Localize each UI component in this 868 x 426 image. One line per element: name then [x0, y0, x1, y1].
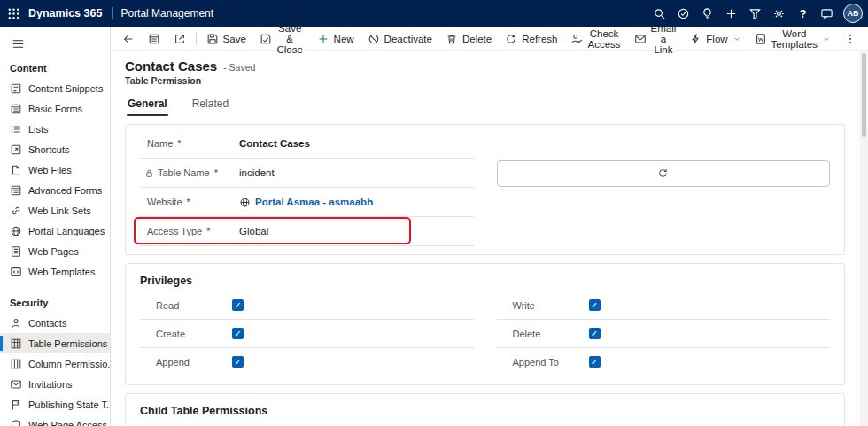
- avatar[interactable]: AB: [843, 4, 863, 23]
- brand-title[interactable]: Dynamics 365: [28, 7, 102, 19]
- command-label: Save & Close: [276, 23, 304, 55]
- chevron-down-icon: [732, 35, 741, 43]
- sidebar-item-label: Web Page Access ...: [28, 420, 111, 426]
- sidebar-item-basic-forms[interactable]: Basic Forms: [0, 98, 110, 119]
- sidebar-item-web-files[interactable]: Web Files: [0, 159, 110, 180]
- form-field-row: Website * Portal Asmaa - asmaabh: [140, 188, 830, 217]
- table-name-field: Table Name * incident: [140, 159, 474, 188]
- privilege-label: Read: [140, 300, 232, 311]
- deactivate-icon: [368, 33, 380, 45]
- form-field-row: Name * Contact Cases: [140, 129, 830, 159]
- lightbulb-icon[interactable]: [695, 0, 719, 27]
- sidebar-item-lists[interactable]: Lists: [0, 119, 110, 139]
- privilege-label: Delete: [497, 329, 589, 339]
- new-button[interactable]: New: [311, 28, 360, 50]
- website-lookup-value[interactable]: Portal Asmaa - asmaabh: [232, 197, 373, 208]
- access-type-value[interactable]: Global: [232, 226, 268, 236]
- sidebar-item-label: Invitations: [28, 379, 73, 390]
- required-asterisk: *: [214, 167, 218, 178]
- collapse-sitemap-icon[interactable]: [5, 31, 30, 56]
- settings-gear-icon[interactable]: [767, 0, 791, 27]
- read-privilege: Read: [140, 291, 474, 320]
- scrollbar-thumb[interactable]: [862, 53, 866, 137]
- create-checkbox[interactable]: [232, 328, 244, 339]
- tab-related[interactable]: Related: [191, 94, 229, 116]
- delete-button[interactable]: Delete: [439, 28, 498, 50]
- trash-icon: [446, 33, 458, 45]
- delete-checkbox[interactable]: [589, 328, 601, 339]
- field-label: Access Type *: [140, 226, 232, 236]
- sidebar-item-web-link-sets[interactable]: Web Link Sets: [0, 200, 110, 221]
- save-button[interactable]: Save: [200, 28, 252, 50]
- sidebar-item-column-permissions[interactable]: Column Permissio...: [0, 353, 110, 374]
- field-label: Table Name *: [140, 167, 232, 178]
- sidebar-item-table-permissions[interactable]: Table Permissions: [0, 333, 110, 353]
- table-lookup-box[interactable]: [497, 160, 831, 187]
- append-checkbox[interactable]: [232, 356, 244, 368]
- check-access-button[interactable]: Check Access: [564, 28, 626, 50]
- email-link-button[interactable]: Email a Link: [628, 28, 683, 50]
- sidebar-item-shortcuts[interactable]: Shortcuts: [0, 139, 110, 159]
- privilege-label: Create: [140, 329, 232, 339]
- popout-button[interactable]: [167, 28, 192, 50]
- shortcuts-icon: [10, 143, 22, 156]
- required-asterisk: *: [177, 138, 181, 149]
- sidebar-item-content-snippets[interactable]: Content Snippets: [0, 78, 110, 98]
- sidebar-item-label: Content Snippets: [28, 83, 103, 94]
- help-icon[interactable]: ?: [791, 0, 815, 27]
- website-link-text[interactable]: Portal Asmaa - asmaabh: [255, 197, 373, 207]
- chevron-down-icon: [822, 35, 831, 43]
- email-icon: [634, 33, 647, 45]
- sidebar-item-label: Web Files: [28, 165, 72, 175]
- feedback-icon[interactable]: [815, 0, 839, 27]
- app-shell: Content Content Snippets Basic Forms Lis…: [0, 27, 868, 426]
- section-title: Privileges: [140, 268, 830, 291]
- quick-create-icon[interactable]: [719, 0, 743, 27]
- name-field: Name * Contact Cases: [140, 129, 474, 159]
- field-label: Name *: [140, 138, 232, 149]
- create-privilege: Create: [140, 320, 474, 348]
- record-header: Contact Cases - Saved: [125, 58, 845, 74]
- sidebar-item-portal-languages[interactable]: Portal Languages: [0, 221, 110, 241]
- app-launcher-icon[interactable]: [0, 0, 27, 27]
- append-to-privilege: Append To: [497, 348, 831, 376]
- read-checkbox[interactable]: [232, 299, 244, 311]
- web-files-icon: [10, 164, 22, 176]
- table-name-value[interactable]: incident: [232, 167, 275, 178]
- sidebar-item-invitations[interactable]: Invitations: [0, 374, 110, 394]
- tab-general[interactable]: General: [127, 94, 168, 116]
- delete-privilege: Delete: [497, 320, 831, 348]
- write-checkbox[interactable]: [589, 299, 601, 311]
- divider: [112, 7, 113, 19]
- save-close-button[interactable]: Save & Close: [253, 28, 310, 50]
- back-button[interactable]: [116, 28, 141, 50]
- sidebar-item-advanced-forms[interactable]: Advanced Forms: [0, 180, 110, 200]
- sidebar-item-contacts[interactable]: Contacts: [0, 313, 110, 333]
- append-to-checkbox[interactable]: [589, 356, 601, 368]
- sidebar-item-label: Shortcuts: [28, 144, 69, 155]
- field-label-text: Website: [147, 197, 182, 207]
- new-plus-icon: [317, 33, 329, 45]
- more-commands-button[interactable]: [838, 28, 863, 50]
- flow-button[interactable]: Flow: [683, 28, 747, 50]
- sidebar-item-publishing-state[interactable]: Publishing State T...: [0, 394, 110, 414]
- sidebar-item-label: Lists: [28, 124, 49, 135]
- privilege-label: Append To: [497, 357, 589, 368]
- deactivate-button[interactable]: Deactivate: [361, 28, 438, 50]
- table-lookup-cell: [497, 159, 831, 188]
- sidebar-item-web-page-access[interactable]: Web Page Access ...: [0, 414, 110, 426]
- app-name[interactable]: Portal Management: [120, 7, 213, 19]
- popout-icon: [174, 33, 186, 45]
- form-switcher-button[interactable]: [142, 28, 167, 50]
- filter-icon[interactable]: [743, 0, 767, 27]
- lock-icon: [144, 168, 154, 178]
- word-templates-button[interactable]: Word Templates: [748, 28, 837, 50]
- name-value[interactable]: Contact Cases: [232, 138, 310, 149]
- required-asterisk: *: [206, 226, 210, 236]
- refresh-button[interactable]: Refresh: [499, 28, 563, 50]
- save-icon: [206, 33, 219, 45]
- sidebar-item-web-pages[interactable]: Web Pages: [0, 241, 110, 261]
- vertical-scrollbar[interactable]: [860, 51, 868, 426]
- contacts-icon: [10, 317, 22, 329]
- sidebar-item-web-templates[interactable]: Web Templates: [0, 261, 110, 282]
